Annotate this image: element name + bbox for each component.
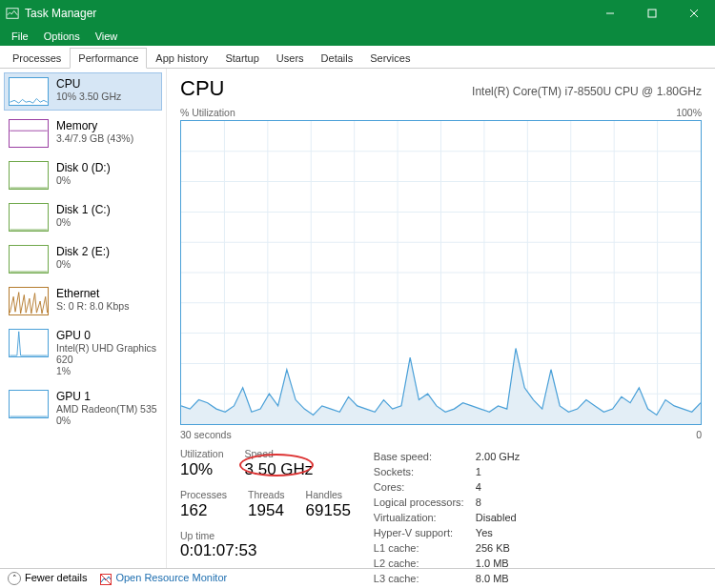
window-title: Task Manager bbox=[25, 7, 589, 20]
spec-value: 4 bbox=[476, 480, 525, 494]
tab-details[interactable]: Details bbox=[313, 48, 362, 68]
sidebar-item-title: Memory bbox=[56, 119, 133, 132]
stat-label: Handles bbox=[306, 489, 351, 500]
sidebar-item-title: Disk 1 (C:) bbox=[56, 203, 111, 216]
sidebar-item-disk-0-d-[interactable]: Disk 0 (D:)0% bbox=[4, 156, 162, 194]
sidebar-item-sub: 0% bbox=[56, 258, 110, 270]
sidebar-item-ethernet[interactable]: EthernetS: 0 R: 8.0 Kbps bbox=[4, 282, 162, 320]
sidebar-item-disk-1-c-[interactable]: Disk 1 (C:)0% bbox=[4, 198, 162, 236]
menu-view[interactable]: View bbox=[90, 29, 124, 44]
sidebar-item-sub: 3.4/7.9 GB (43%) bbox=[56, 132, 133, 144]
spec-label: Hyper-V support: bbox=[374, 526, 474, 539]
tab-services[interactable]: Services bbox=[361, 48, 419, 68]
sidebar-item-sub: S: 0 R: 8.0 Kbps bbox=[56, 300, 129, 312]
sparkline-thumb bbox=[9, 329, 49, 357]
spec-label: L1 cache: bbox=[374, 541, 474, 555]
speed-highlight-annotation bbox=[239, 454, 314, 476]
tab-bar: ProcessesPerformanceApp historyStartupUs… bbox=[0, 46, 715, 69]
sidebar-item-disk-2-e-[interactable]: Disk 2 (E:)0% bbox=[4, 240, 162, 278]
spec-value: Yes bbox=[476, 526, 525, 539]
spec-label: Base speed: bbox=[374, 450, 474, 463]
cpu-detail-panel: CPU Intel(R) Core(TM) i7-8550U CPU @ 1.8… bbox=[167, 69, 715, 568]
sidebar-item-memory[interactable]: Memory3.4/7.9 GB (43%) bbox=[4, 114, 162, 152]
spec-label: Sockets: bbox=[374, 465, 474, 478]
sidebar-item-title: Ethernet bbox=[56, 287, 129, 300]
uptime-label: Up time bbox=[180, 530, 351, 541]
cpu-spec-table: Base speed:2.00 GHzSockets:1Cores:4Logic… bbox=[372, 448, 527, 587]
svg-rect-1 bbox=[648, 10, 656, 17]
stat-value: 162 bbox=[180, 501, 227, 520]
util-label: % Utilization bbox=[180, 107, 235, 118]
spec-value: 8 bbox=[476, 496, 525, 509]
sparkline-thumb bbox=[9, 77, 49, 106]
spec-value: 1.0 MB bbox=[476, 557, 525, 570]
tab-processes[interactable]: Processes bbox=[4, 48, 70, 68]
maximize-button[interactable] bbox=[631, 0, 673, 27]
spec-value: 256 KB bbox=[476, 541, 525, 555]
stat-label: Utilization bbox=[180, 448, 224, 459]
sidebar-item-sub: 10% 3.50 GHz bbox=[56, 91, 121, 102]
uptime-value: 0:01:07:53 bbox=[180, 541, 351, 560]
sidebar-item-cpu[interactable]: CPU10% 3.50 GHz bbox=[4, 72, 162, 111]
sidebar-item-title: GPU 0 bbox=[56, 329, 157, 342]
tab-performance[interactable]: Performance bbox=[70, 48, 147, 69]
spec-value: 8.0 MB bbox=[476, 572, 525, 585]
spec-label: Cores: bbox=[374, 480, 474, 494]
sidebar-item-gpu-1[interactable]: GPU 1AMD Radeon(TM) 5350% bbox=[4, 385, 162, 431]
spec-label: Virtualization: bbox=[374, 511, 474, 524]
performance-sidebar: CPU10% 3.50 GHzMemory3.4/7.9 GB (43%)Dis… bbox=[0, 69, 167, 568]
stat-value: 1954 bbox=[248, 501, 285, 520]
util-max: 100% bbox=[676, 107, 702, 118]
sidebar-item-sub: 0% bbox=[56, 216, 111, 228]
resource-monitor-icon bbox=[100, 574, 112, 585]
sparkline-thumb bbox=[9, 390, 49, 418]
minimize-button[interactable] bbox=[589, 0, 631, 27]
app-icon bbox=[6, 7, 19, 20]
chevron-up-icon: ˄ bbox=[8, 572, 21, 585]
sidebar-item-sub: AMD Radeon(TM) 5350% bbox=[56, 403, 157, 426]
sidebar-item-gpu-0[interactable]: GPU 0Intel(R) UHD Graphics 6201% bbox=[4, 324, 162, 381]
spec-value: Disabled bbox=[476, 511, 525, 524]
spec-value: 2.00 GHz bbox=[476, 450, 525, 463]
menu-bar: FileOptionsView bbox=[0, 27, 715, 46]
sidebar-item-title: GPU 1 bbox=[56, 390, 157, 403]
stat-value: 69155 bbox=[306, 501, 351, 520]
sidebar-item-title: Disk 0 (D:) bbox=[56, 161, 111, 174]
time-axis-left: 30 seconds bbox=[180, 429, 232, 440]
window-titlebar: Task Manager bbox=[0, 0, 715, 27]
time-axis-right: 0 bbox=[696, 429, 702, 440]
stat-label: Threads bbox=[248, 489, 285, 500]
sparkline-thumb bbox=[9, 287, 49, 315]
sparkline-thumb bbox=[9, 245, 49, 274]
fewer-details-link[interactable]: ˄Fewer details bbox=[8, 572, 87, 585]
tab-users[interactable]: Users bbox=[268, 48, 313, 68]
cpu-model: Intel(R) Core(TM) i7-8550U CPU @ 1.80GHz bbox=[472, 85, 702, 98]
sidebar-item-sub: 0% bbox=[56, 174, 111, 186]
close-button[interactable] bbox=[673, 0, 715, 27]
panel-title: CPU bbox=[180, 76, 224, 101]
tab-app-history[interactable]: App history bbox=[147, 48, 216, 68]
spec-label: L2 cache: bbox=[374, 557, 474, 570]
sparkline-thumb bbox=[9, 119, 49, 148]
sparkline-thumb bbox=[9, 161, 49, 190]
cpu-utilization-chart bbox=[180, 120, 702, 425]
spec-value: 1 bbox=[476, 465, 525, 478]
sidebar-item-title: Disk 2 (E:) bbox=[56, 245, 110, 258]
sidebar-item-sub: Intel(R) UHD Graphics 6201% bbox=[56, 342, 157, 376]
spec-label: Logical processors: bbox=[374, 496, 474, 509]
menu-file[interactable]: File bbox=[6, 29, 34, 44]
spec-label: L3 cache: bbox=[374, 572, 474, 585]
tab-startup[interactable]: Startup bbox=[216, 48, 267, 68]
stat-label: Processes bbox=[180, 489, 227, 500]
menu-options[interactable]: Options bbox=[38, 29, 86, 44]
sparkline-thumb bbox=[9, 203, 49, 232]
stat-value: 10% bbox=[180, 460, 224, 479]
sidebar-item-title: CPU bbox=[56, 77, 121, 91]
